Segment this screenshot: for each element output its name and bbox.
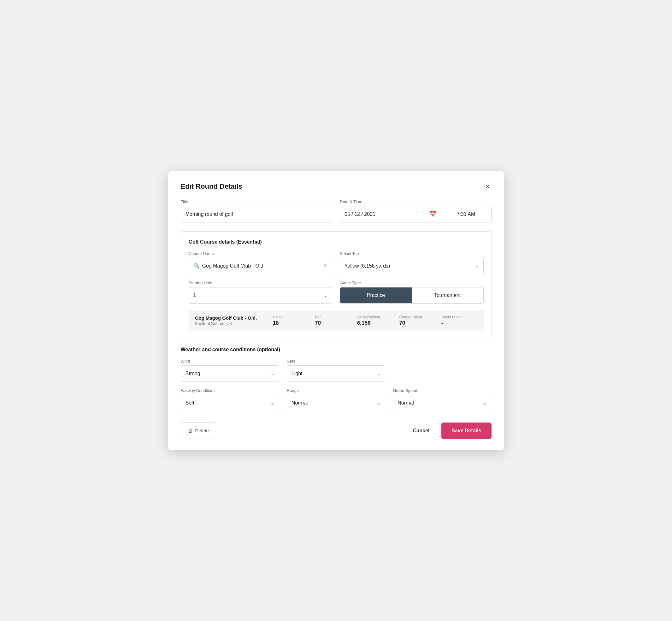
green-speed-group: Green Speed Normal ⌄ [393, 388, 491, 411]
wind-group: Wind Strong ⌄ [181, 359, 279, 382]
course-name-group: Course Name 🔍 Gog Magog Golf Club - Old … [189, 251, 333, 274]
course-name-tee-row: Course Name 🔍 Gog Magog Golf Club - Old … [189, 251, 484, 274]
course-info-name-group: Gog Magog Golf Club - Old, Shelford Bott… [195, 315, 266, 326]
edit-round-modal: Edit Round Details × Title Date & Time 0… [168, 171, 504, 450]
golf-section-title: Golf Course details (Essential) [189, 239, 484, 245]
rain-label: Rain [287, 359, 385, 364]
weather-section: Weather and course conditions (optional)… [181, 347, 492, 411]
datetime-label: Date & Time [340, 199, 492, 204]
rough-value: Normal [292, 400, 376, 406]
starting-hole-dropdown[interactable]: 1 ⌄ [189, 287, 333, 303]
course-rating-value: 70 [399, 320, 405, 326]
select-tee-value: Yellow (6,156 yards) [344, 263, 475, 269]
green-speed-value: Normal [397, 400, 482, 406]
select-tee-label: Select Tee [340, 251, 484, 256]
cancel-button[interactable]: Cancel [410, 428, 432, 433]
slope-rating-stat: Slope rating - [435, 315, 477, 326]
chevron-down-icon-fairway: ⌄ [270, 400, 275, 406]
footer-right: Cancel Save Details [410, 422, 492, 439]
par-value: 70 [315, 320, 321, 326]
yards-value: 6,156 [357, 320, 371, 326]
select-tee-dropdown[interactable]: Yellow (6,156 yards) ⌄ [340, 258, 484, 274]
chevron-down-icon-rain: ⌄ [376, 370, 380, 376]
golf-course-section: Golf Course details (Essential) Course N… [181, 231, 492, 338]
rough-dropdown[interactable]: Normal ⌄ [287, 395, 385, 411]
course-info-name: Gog Magog Golf Club - Old, [195, 315, 266, 321]
game-type-label: Game Type [340, 281, 484, 285]
course-name-input[interactable]: 🔍 Gog Magog Golf Club - Old ✕ [189, 258, 333, 274]
practice-button[interactable]: Practice [340, 287, 412, 303]
time-input-wrapper[interactable]: 7:31 AM [441, 206, 492, 222]
wind-rain-row: Wind Strong ⌄ Rain Light ⌄ [181, 359, 492, 382]
green-speed-dropdown[interactable]: Normal ⌄ [393, 395, 491, 411]
course-rating-stat: Course rating 70 [393, 315, 435, 326]
chevron-down-icon-green: ⌄ [482, 400, 487, 406]
starting-hole-group: Starting Hole 1 ⌄ [189, 281, 333, 303]
tournament-button[interactable]: Tournament [412, 287, 483, 303]
fairway-group: Fairway Conditions Soft ⌄ [181, 388, 279, 411]
time-text: 7:31 AM [457, 211, 475, 217]
top-row: Title Date & Time 05 / 12 / 2021 📅 7:31 … [181, 199, 492, 222]
chevron-down-icon-hole: ⌄ [323, 292, 328, 298]
title-field-group: Title [181, 199, 333, 222]
date-text: 05 / 12 / 2021 [344, 211, 427, 217]
par-stat: Par 70 [308, 315, 351, 326]
slope-rating-label: Slope rating [442, 315, 477, 319]
starting-hole-value: 1 [194, 292, 324, 298]
title-label: Title [181, 199, 333, 204]
wind-dropdown[interactable]: Strong ⌄ [181, 365, 279, 382]
game-type-toggle: Practice Tournament [340, 287, 484, 303]
yards-stat: Yards(Yellow) 6,156 [351, 315, 393, 326]
save-button[interactable]: Save Details [442, 422, 491, 439]
fairway-rough-green-row: Fairway Conditions Soft ⌄ Rough Normal ⌄… [181, 388, 492, 411]
delete-button[interactable]: 🗑 Delete [181, 422, 216, 439]
chevron-down-icon-wind: ⌄ [270, 370, 275, 376]
holes-value: 18 [273, 320, 279, 326]
trash-icon: 🗑 [188, 428, 193, 433]
slope-rating-value: - [442, 320, 443, 326]
date-input-wrapper[interactable]: 05 / 12 / 2021 📅 [340, 206, 441, 222]
fairway-value: Soft [185, 400, 270, 406]
wind-label: Wind [181, 359, 279, 364]
delete-label: Delete [195, 428, 209, 433]
rough-label: Rough [287, 388, 385, 393]
modal-header: Edit Round Details × [181, 182, 492, 191]
search-icon: 🔍 [194, 263, 200, 269]
chevron-down-icon-rough: ⌄ [376, 400, 380, 406]
yards-label: Yards(Yellow) [357, 315, 393, 319]
fairway-dropdown[interactable]: Soft ⌄ [181, 395, 279, 411]
title-input[interactable] [181, 206, 333, 222]
holes-stat: Holes 18 [266, 315, 309, 326]
course-name-label: Course Name [189, 251, 333, 256]
game-type-group: Game Type Practice Tournament [340, 281, 484, 303]
datetime-field-group: Date & Time 05 / 12 / 2021 📅 7:31 AM [340, 199, 492, 222]
calendar-icon: 📅 [429, 211, 436, 218]
footer-row: 🗑 Delete Cancel Save Details [181, 417, 492, 439]
clear-course-icon[interactable]: ✕ [323, 263, 328, 269]
close-button[interactable]: × [484, 182, 492, 191]
course-info-row: Gog Magog Golf Club - Old, Shelford Bott… [189, 310, 484, 331]
modal-title: Edit Round Details [181, 182, 243, 191]
weather-section-title: Weather and course conditions (optional) [181, 347, 492, 353]
rough-group: Rough Normal ⌄ [287, 388, 385, 411]
select-tee-group: Select Tee Yellow (6,156 yards) ⌄ [340, 251, 484, 274]
starting-hole-label: Starting Hole [189, 281, 333, 285]
par-label: Par [315, 315, 351, 319]
rain-value: Light [292, 371, 376, 376]
course-info-location: Shelford Bottom, UK [195, 321, 266, 326]
course-rating-label: Course rating [399, 315, 435, 319]
rain-group: Rain Light ⌄ [287, 359, 385, 382]
chevron-down-icon: ⌄ [475, 263, 479, 269]
holes-label: Holes [273, 315, 309, 319]
course-name-value: Gog Magog Golf Club - Old [202, 263, 321, 269]
hole-gametype-row: Starting Hole 1 ⌄ Game Type Practice Tou… [189, 281, 484, 303]
wind-value: Strong [185, 371, 270, 376]
rain-dropdown[interactable]: Light ⌄ [287, 365, 385, 382]
green-speed-label: Green Speed [393, 388, 491, 393]
datetime-inputs: 05 / 12 / 2021 📅 7:31 AM [340, 206, 492, 222]
fairway-label: Fairway Conditions [181, 388, 279, 393]
